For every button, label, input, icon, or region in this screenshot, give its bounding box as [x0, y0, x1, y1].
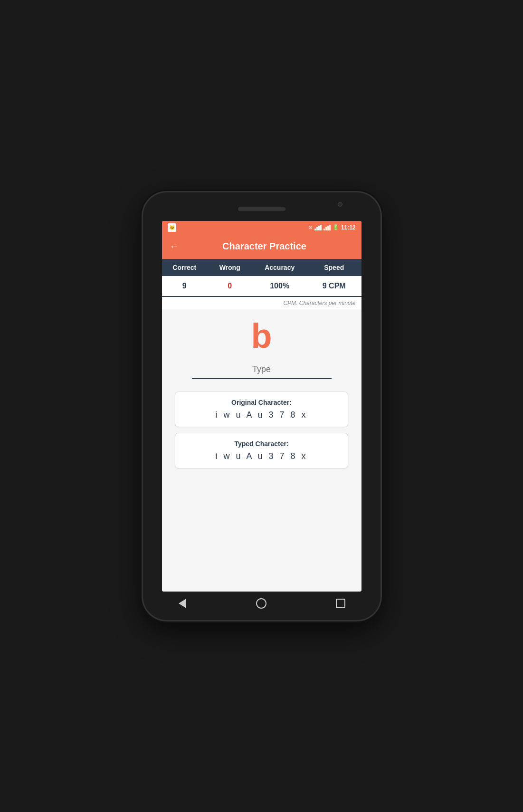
stats-table: Correct Wrong Accuracy Speed [162, 259, 361, 276]
type-input[interactable] [192, 361, 332, 379]
typed-card-label: Typed Character: [183, 440, 340, 448]
app-notification-icon: 🐱 [168, 223, 176, 232]
status-icons: ⊘ 🔋 11:12 [308, 224, 356, 231]
signal-icon-2 [323, 225, 331, 230]
back-button[interactable]: ← [170, 241, 179, 252]
value-speed: 9 CPM [307, 282, 361, 290]
screen: 🐱 ⊘ 🔋 11:12 [162, 221, 361, 592]
stats-header-row: Correct Wrong Accuracy Speed [162, 259, 361, 276]
status-bar: 🐱 ⊘ 🔋 11:12 [162, 221, 361, 234]
header-speed: Speed [307, 264, 361, 271]
cpm-note: CPM: Characters per minute [162, 297, 361, 309]
app-bar: ← Character Practice [162, 234, 361, 259]
header-wrong: Wrong [207, 264, 252, 271]
nav-back-button[interactable] [173, 594, 192, 613]
original-character-card: Original Character: i w u A u 3 7 8 x [175, 392, 348, 427]
phone-top [143, 192, 380, 221]
header-correct: Correct [162, 264, 207, 271]
bottom-nav [143, 592, 380, 615]
value-correct: 9 [162, 282, 207, 290]
header-accuracy: Accuracy [252, 264, 307, 271]
wifi-icon: ⊘ [308, 224, 313, 230]
battery-icon: 🔋 [333, 224, 339, 230]
typed-card-value: i w u A u 3 7 8 x [183, 451, 340, 461]
stats-values-row: 9 0 100% 9 CPM [162, 276, 361, 297]
page-title: Character Practice [187, 241, 354, 252]
value-accuracy: 100% [252, 282, 307, 290]
status-time: 11:12 [341, 224, 356, 231]
original-card-value: i w u A u 3 7 8 x [183, 410, 340, 420]
speaker [238, 207, 285, 211]
original-card-label: Original Character: [183, 399, 340, 406]
phone-device: 🐱 ⊘ 🔋 11:12 [143, 192, 380, 620]
target-character: b [251, 319, 272, 353]
signal-icon-1 [314, 225, 322, 230]
value-wrong: 0 [207, 282, 252, 290]
nav-home-button[interactable] [252, 594, 271, 613]
typed-character-card: Typed Character: i w u A u 3 7 8 x [175, 433, 348, 468]
front-camera [338, 202, 342, 207]
practice-area: b Original Character: i w u A u 3 7 8 x … [162, 309, 361, 592]
nav-recents-button[interactable] [331, 594, 350, 613]
